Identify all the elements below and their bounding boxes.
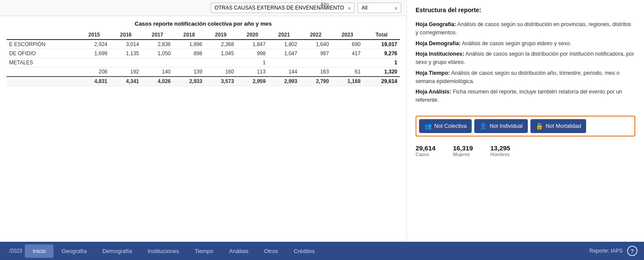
col-header-2022: 2022 xyxy=(300,30,332,40)
table-cell-value xyxy=(173,58,205,67)
nav-item-geografía[interactable]: Geografía xyxy=(54,244,94,258)
individual-icon: 👤 xyxy=(480,123,487,130)
table-cell-value: 1,802 xyxy=(268,40,300,49)
ano-label: Año xyxy=(320,2,329,7)
structure-item-1: Hoja Demografía: Análisis de casos según… xyxy=(416,40,635,48)
table-row: E ESCORPIÓN2,9243,0142,8361,8962,3681,84… xyxy=(7,40,400,49)
col-header-2015: 2015 xyxy=(78,30,110,40)
nav-year: /2023 xyxy=(7,244,25,257)
nav-right: Reporte: IAPS ? xyxy=(585,244,637,257)
table-total-cell: 1,168 xyxy=(332,77,363,86)
table-total-cell: 2,790 xyxy=(300,77,332,86)
button-group: 👥 Not Colectiva 👤 Not Individual 🔒 Not M… xyxy=(416,116,635,137)
nav-item-otros[interactable]: Otros xyxy=(256,244,286,258)
table-cell-total: 1,320 xyxy=(363,67,400,77)
table-header-row: 2015 2016 2017 2018 2019 2020 2021 2022 … xyxy=(7,30,400,40)
col-header-2023: 2023 xyxy=(332,30,363,40)
col-header-2017: 2017 xyxy=(142,30,174,40)
table-row: 208192140139160113144163611,320 xyxy=(7,67,400,77)
table-cell-value: 139 xyxy=(173,67,205,77)
structure-item-2: Hoja Instituciones: Análisis de casos se… xyxy=(416,50,635,67)
table-cell-value: 987 xyxy=(300,49,332,58)
col-header-2020: 2020 xyxy=(237,30,268,40)
table-cell-value: 163 xyxy=(300,67,332,77)
not-mortalidad-button[interactable]: 🔒 Not Mortalidad xyxy=(530,119,586,133)
table-cell-value: 2,924 xyxy=(78,40,110,49)
nav-item-tiempo[interactable]: Tiempo xyxy=(187,244,221,258)
table-cell-value: 1,847 xyxy=(237,40,268,49)
stat-item-1: 16,319Mujeres xyxy=(453,144,473,157)
structure-item-3: Hoja Tiempo: Análisis de casos según su … xyxy=(416,69,635,86)
bottom-nav: /2023 InicioGeografíaDemografíaInstituci… xyxy=(0,242,644,260)
table-cell-value: 1 xyxy=(237,58,268,67)
table-cell-value: 1,050 xyxy=(142,49,174,58)
table-cell-value: 160 xyxy=(205,67,237,77)
table-cell-value xyxy=(300,58,332,67)
ano-dropdown[interactable]: All ∨ xyxy=(358,3,401,13)
table-cell-value: 1,699 xyxy=(78,49,110,58)
table-cell-value: 140 xyxy=(142,67,174,77)
table-cell-value: 2,836 xyxy=(142,40,174,49)
colectiva-icon: 👥 xyxy=(424,123,432,130)
nav-item-créditos[interactable]: Créditos xyxy=(286,244,322,258)
nav-item-inicio[interactable]: Inicio xyxy=(25,244,54,258)
col-header-2016: 2016 xyxy=(110,30,142,40)
col-header-2018: 2018 xyxy=(173,30,205,40)
table-cell-value xyxy=(205,58,237,67)
stat-label-1: Mujeres xyxy=(453,152,473,157)
table-cell-value: 690 xyxy=(332,40,363,49)
table-cell-value: 192 xyxy=(110,67,142,77)
nav-item-análisis[interactable]: Análisis xyxy=(221,244,256,258)
table-cell-value: 1,896 xyxy=(173,40,205,49)
not-colectiva-button[interactable]: 👥 Not Colectiva xyxy=(419,119,472,133)
table-total-row: 4,8314,3414,0262,9333,5732,9592,9932,790… xyxy=(7,77,400,86)
table-cell-value: 898 xyxy=(173,49,205,58)
ano-dropdown-value: All xyxy=(362,5,367,11)
left-panel: Año OTRAS CAUSAS EXTERNAS DE ENVENENAMIE… xyxy=(0,0,407,242)
table-grand-total: 29,614 xyxy=(363,77,400,86)
table-cell-value: 113 xyxy=(237,67,268,77)
causa-dropdown[interactable]: OTRAS CAUSAS EXTERNAS DE ENVENENAMIENTO … xyxy=(211,3,355,13)
help-button[interactable]: ? xyxy=(627,246,637,256)
structure-item-0: Hoja Geografía: Análisis de casos según … xyxy=(416,20,635,37)
mortalidad-icon: 🔒 xyxy=(536,123,543,130)
table-cell-value xyxy=(142,58,174,67)
stat-item-2: 13,295Hombres xyxy=(490,144,510,157)
data-table: 2015 2016 2017 2018 2019 2020 2021 2022 … xyxy=(7,30,400,86)
table-total-cell: 4,831 xyxy=(78,77,110,86)
filter-bar: Año OTRAS CAUSAS EXTERNAS DE ENVENENAMIE… xyxy=(0,0,406,16)
table-section: Casos reporte notificación colectiva por… xyxy=(0,16,406,90)
stat-value-1: 16,319 xyxy=(453,144,473,152)
stat-value-0: 29,614 xyxy=(416,144,436,152)
not-individual-label: Not Individual xyxy=(490,123,523,129)
table-cell-value xyxy=(332,58,363,67)
table-cell-value: 61 xyxy=(332,67,363,77)
nav-item-demografía[interactable]: Demografía xyxy=(94,244,140,258)
table-cell-value xyxy=(78,58,110,67)
table-total-cell: 2,933 xyxy=(173,77,205,86)
not-mortalidad-label: Not Mortalidad xyxy=(546,123,581,129)
right-panel: Estructura del reporte: Hoja Geografía: … xyxy=(407,0,644,242)
not-individual-button[interactable]: 👤 Not Individual xyxy=(474,119,528,133)
table-total-cell: 2,959 xyxy=(237,77,268,86)
nav-reporte-label: Reporte: IAPS xyxy=(585,244,627,257)
col-header-2021: 2021 xyxy=(268,30,300,40)
structure-item-4: Hoja Análisis: Ficha resumen del reporte… xyxy=(416,88,635,104)
not-colectiva-label: Not Colectiva xyxy=(434,123,466,129)
col-header-total: Total xyxy=(363,30,400,40)
table-cell-name: E ESCORPIÓN xyxy=(7,40,78,49)
col-header-name xyxy=(7,30,78,40)
table-cell-value: 417 xyxy=(332,49,363,58)
table-total-cell: 4,341 xyxy=(110,77,142,86)
nav-item-instituciones[interactable]: Instituciones xyxy=(140,244,187,258)
table-cell-value: 1,047 xyxy=(268,49,300,58)
table-cell-name: DE OFIDIO xyxy=(7,49,78,58)
table-total-cell: 3,573 xyxy=(205,77,237,86)
table-cell-value: 208 xyxy=(78,67,110,77)
table-cell-value: 1,135 xyxy=(110,49,142,58)
stat-label-0: Casos xyxy=(416,152,436,157)
table-cell-value xyxy=(268,58,300,67)
table-cell-value: 998 xyxy=(237,49,268,58)
table-cell-value: 1,045 xyxy=(205,49,237,58)
stat-item-0: 29,614Casos xyxy=(416,144,436,157)
